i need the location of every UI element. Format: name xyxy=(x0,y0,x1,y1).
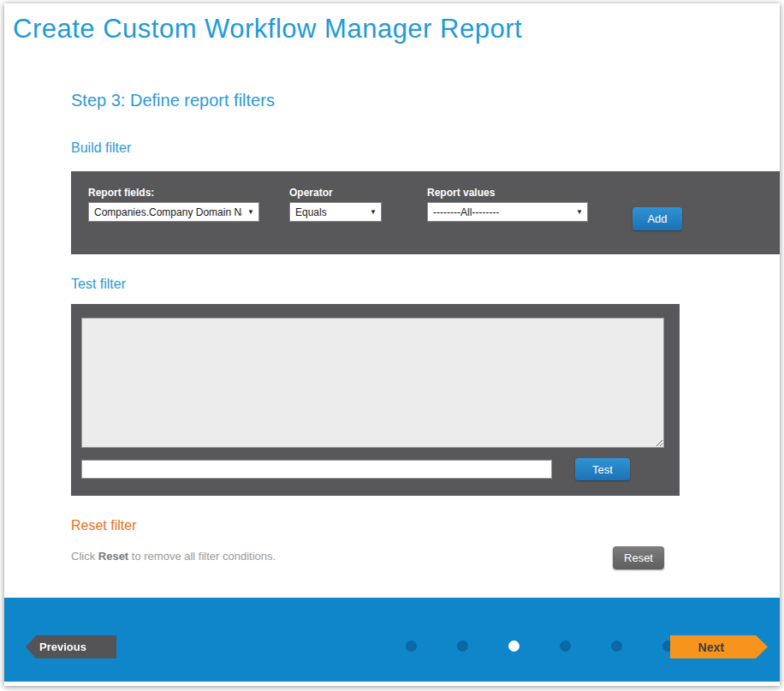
wizard-page: Create Custom Workflow Manager Report St… xyxy=(4,3,780,686)
step-heading: Step 3: Define report filters xyxy=(71,91,275,110)
previous-button[interactable]: Previous xyxy=(26,635,116,658)
report-values-selected-value: --------All-------- xyxy=(433,206,499,218)
test-button[interactable]: Test xyxy=(575,458,630,480)
report-values-select[interactable]: --------All-------- ▼ xyxy=(427,202,588,222)
wizard-footer: Previous Next xyxy=(4,598,780,682)
report-fields-selected-value: Companies.Company Domain Na xyxy=(94,206,242,218)
progress-dot xyxy=(611,640,622,652)
filter-preview-textarea[interactable] xyxy=(81,318,664,448)
test-filter-heading: Test filter xyxy=(71,277,126,292)
chevron-down-icon: ▼ xyxy=(576,208,583,216)
chevron-down-icon: ▼ xyxy=(370,208,377,216)
progress-dots xyxy=(406,640,674,652)
test-value-input[interactable] xyxy=(81,460,552,479)
operator-label: Operator xyxy=(289,187,333,199)
progress-dot xyxy=(560,640,571,652)
build-filter-heading: Build filter xyxy=(71,140,131,156)
report-fields-select[interactable]: Companies.Company Domain Na ▼ xyxy=(88,202,259,222)
report-fields-label: Report fields: xyxy=(88,187,154,199)
test-filter-panel: Test xyxy=(71,304,680,496)
build-filter-panel: Report fields: Companies.Company Domain … xyxy=(71,171,780,254)
page-title: Create Custom Workflow Manager Report xyxy=(13,14,522,45)
chevron-down-icon: ▼ xyxy=(247,208,254,216)
reset-hint-text: Click Reset to remove all filter conditi… xyxy=(71,550,276,563)
progress-dot-active xyxy=(508,640,520,652)
operator-selected-value: Equals xyxy=(295,206,327,218)
operator-select[interactable]: Equals ▼ xyxy=(289,202,382,222)
next-button[interactable]: Next xyxy=(670,635,768,658)
progress-dot xyxy=(406,640,417,652)
reset-button[interactable]: Reset xyxy=(613,546,664,569)
report-values-label: Report values xyxy=(427,187,495,199)
hint-prefix: Click xyxy=(71,550,98,563)
hint-suffix: to remove all filter conditions. xyxy=(128,550,276,563)
reset-filter-heading: Reset filter xyxy=(71,518,136,533)
hint-bold-reset: Reset xyxy=(98,550,128,563)
progress-dot xyxy=(457,640,468,652)
add-button[interactable]: Add xyxy=(633,207,682,230)
